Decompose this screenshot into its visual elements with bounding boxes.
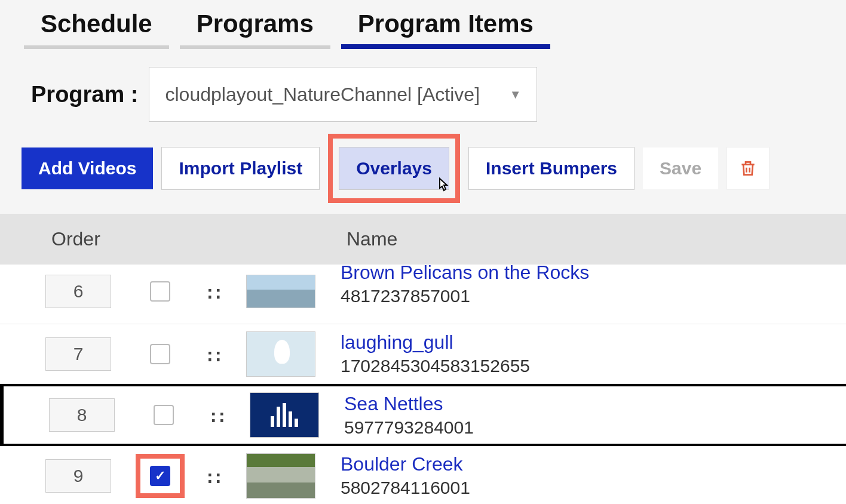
column-header-order: Order [51,228,347,250]
tab-programs[interactable]: Programs [180,6,330,49]
tab-program-items[interactable]: Program Items [341,6,550,49]
video-thumbnail[interactable] [246,331,315,377]
table-body: 6 ᎓᎓ Brown Pelicans on the Rocks 4817237… [0,265,846,504]
video-id: 1702845304583152655 [341,356,530,376]
order-input[interactable]: 8 [49,398,115,432]
video-id: 4817237857001 [341,286,589,306]
row-checkbox[interactable] [154,405,174,425]
video-title-link[interactable]: Sea Nettles [344,393,474,415]
trash-icon [738,159,758,178]
video-title-link[interactable]: Brown Pelicans on the Rocks [341,262,589,284]
program-dropdown-value: cloudplayout_NatureChannel [Active] [165,84,480,106]
insert-bumpers-button[interactable]: Insert Bumpers [468,147,634,190]
main-tabs: Schedule Programs Program Items [0,0,846,49]
video-title-link[interactable]: Boulder Creek [341,453,470,475]
overlays-highlight: Overlays [328,134,460,203]
drag-handle-icon[interactable]: ᎓᎓ [201,342,225,367]
drag-handle-icon[interactable]: ᎓᎓ [204,402,228,428]
table-row: 7 ᎓᎓ laughing_gull 1702845304583152655 [0,324,846,384]
pointer-cursor-icon [435,177,450,199]
program-selector-row: Program : cloudplayout_NatureChannel [Ac… [0,49,846,134]
video-thumbnail[interactable] [246,453,315,499]
drag-handle-icon[interactable]: ᎓᎓ [201,463,225,488]
tab-schedule[interactable]: Schedule [24,6,169,49]
order-input[interactable]: 9 [45,459,111,493]
row-checkbox[interactable] [150,344,170,364]
order-input[interactable]: 7 [45,337,111,371]
table-header: Order Name [0,214,846,265]
video-thumbnail[interactable] [246,275,315,308]
drag-handle-icon[interactable]: ᎓᎓ [201,279,225,304]
program-label: Program : [31,82,138,107]
program-dropdown[interactable]: cloudplayout_NatureChannel [Active] ▼ [149,67,537,122]
video-id: 5977793284001 [344,417,474,438]
save-button[interactable]: Save [643,147,718,189]
row-checkbox[interactable] [150,281,170,302]
overlays-button[interactable]: Overlays [339,147,449,190]
video-thumbnail[interactable] [250,392,319,438]
add-videos-button[interactable]: Add Videos [22,147,153,189]
row-checkbox[interactable]: ✓ [150,466,170,486]
video-id: 5802784116001 [341,478,470,498]
table-row: 8 ᎓᎓ Sea Nettles 5977793284001 [0,384,846,446]
order-input[interactable]: 6 [45,275,111,308]
checkbox-highlight: ✓ [136,454,185,498]
video-title-link[interactable]: laughing_gull [341,331,530,354]
column-header-name: Name [347,228,846,250]
delete-button[interactable] [727,147,770,190]
audio-bars-icon [271,403,298,427]
table-row: 6 ᎓᎓ Brown Pelicans on the Rocks 4817237… [0,265,846,324]
chevron-down-icon: ▼ [510,88,522,102]
import-playlist-button[interactable]: Import Playlist [161,147,320,190]
toolbar: Add Videos Import Playlist Overlays Inse… [0,134,846,214]
table-row: 9 ✓ ᎓᎓ Boulder Creek 5802784116001 [0,446,846,504]
